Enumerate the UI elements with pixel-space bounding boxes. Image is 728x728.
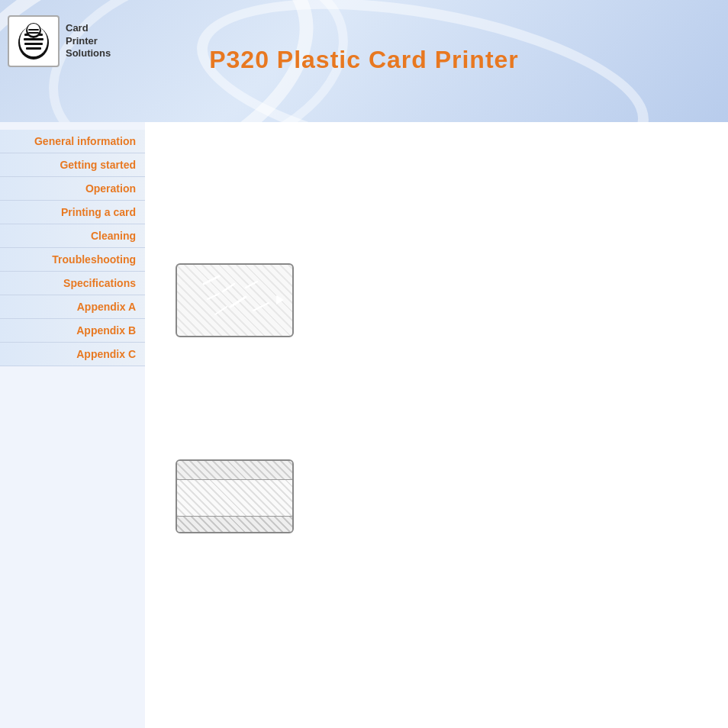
svg-line-11 [204, 276, 219, 284]
sidebar-item-troubleshooting[interactable]: Troubleshooting [0, 248, 145, 272]
card-stripe-top [177, 461, 292, 480]
svg-line-17 [253, 303, 269, 311]
svg-rect-10 [28, 32, 39, 34]
layout: General information Getting started Oper… [0, 122, 728, 728]
card-image-2 [176, 459, 294, 533]
sidebar-item-printing-a-card[interactable]: Printing a card [0, 201, 145, 224]
svg-line-13 [208, 294, 219, 299]
svg-rect-5 [24, 43, 43, 45]
sidebar-item-general-information[interactable]: General information [0, 130, 145, 153]
card-image-1 [176, 263, 294, 337]
sidebar-item-operation[interactable]: Operation [0, 177, 145, 201]
sidebar-item-appendix-c[interactable]: Appendix C [0, 343, 145, 366]
svg-line-12 [223, 284, 234, 292]
svg-line-16 [246, 282, 257, 288]
card-stripe-bot [177, 517, 292, 533]
svg-rect-4 [24, 38, 43, 40]
svg-line-14 [230, 297, 246, 307]
sidebar-item-specifications[interactable]: Specifications [0, 272, 145, 295]
sidebar-item-getting-started[interactable]: Getting started [0, 153, 145, 177]
sidebar-item-cleaning[interactable]: Cleaning [0, 224, 145, 248]
page-wrapper: Card Printer Solutions P320 Plastic Card… [0, 0, 728, 728]
sidebar: General information Getting started Oper… [0, 122, 145, 728]
image-1-container [176, 263, 705, 337]
header: Card Printer Solutions P320 Plastic Card… [0, 0, 728, 122]
svg-marker-18 [276, 295, 284, 304]
card-diagram-svg-1 [177, 265, 292, 336]
svg-rect-9 [28, 29, 39, 31]
image-2-container [176, 459, 705, 533]
main-content [145, 122, 728, 728]
sidebar-item-appendix-a[interactable]: Appendix A [0, 295, 145, 319]
svg-line-15 [215, 307, 227, 314]
sidebar-item-appendix-b[interactable]: Appendix B [0, 319, 145, 343]
page-title: P320 Plastic Card Printer [0, 46, 728, 74]
card-stripe-mid [177, 480, 292, 517]
